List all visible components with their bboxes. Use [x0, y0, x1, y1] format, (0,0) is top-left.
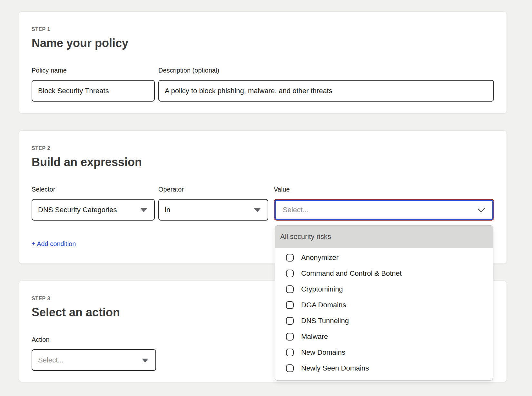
step1-card: STEP 1 Name your policy Policy name Desc… [19, 11, 507, 114]
dropdown-option-malware[interactable]: Malware [275, 329, 493, 344]
description-input[interactable] [158, 80, 494, 102]
step1-step-label: STEP 1 [32, 26, 50, 32]
caret-down-icon[interactable] [142, 359, 148, 362]
selector-select[interactable]: DNS Security Categories [32, 199, 155, 221]
action-label: Action [32, 336, 50, 343]
action-select[interactable]: Select... [32, 349, 156, 371]
operator-label: Operator [158, 185, 184, 193]
step2-step-label: STEP 2 [32, 145, 50, 151]
value-placeholder: Select... [283, 206, 308, 214]
checkbox-unchecked-icon[interactable] [286, 333, 294, 341]
dropdown-option-dns-tunneling[interactable]: DNS Tunneling [275, 313, 493, 329]
dropdown-option-new-domains[interactable]: New Domains [275, 344, 493, 360]
dropdown-options-list: Anonymizer Command and Control & Botnet … [275, 248, 493, 376]
checkbox-unchecked-icon[interactable] [286, 349, 294, 356]
chevron-down-icon[interactable] [477, 205, 485, 213]
checkbox-unchecked-icon[interactable] [286, 285, 294, 293]
value-dropdown-panel: All security risks Anonymizer Command an… [275, 225, 493, 381]
checkbox-unchecked-icon[interactable] [286, 254, 294, 262]
step3-step-label: STEP 3 [32, 296, 50, 302]
checkbox-unchecked-icon[interactable] [286, 364, 294, 372]
operator-select[interactable]: in [158, 199, 268, 221]
step1-title: Name your policy [32, 36, 128, 50]
caret-down-icon[interactable] [141, 208, 147, 212]
checkbox-unchecked-icon[interactable] [286, 301, 294, 309]
action-placeholder: Select... [38, 356, 64, 364]
value-label: Value [274, 185, 290, 193]
policy-name-label: Policy name [32, 66, 67, 74]
step3-title: Select an action [32, 305, 120, 320]
description-label: Description (optional) [158, 66, 219, 74]
step2-title: Build an expression [32, 155, 142, 169]
checkbox-unchecked-icon[interactable] [286, 270, 294, 277]
dropdown-option-newly-seen-domains[interactable]: Newly Seen Domains [275, 360, 493, 376]
value-multiselect[interactable]: Select... [274, 199, 494, 221]
selector-label: Selector [32, 185, 55, 193]
selector-select-value: DNS Security Categories [38, 206, 117, 214]
dropdown-option-dga-domains[interactable]: DGA Domains [275, 297, 493, 313]
caret-down-icon[interactable] [254, 208, 261, 212]
dropdown-option-command-and-control[interactable]: Command and Control & Botnet [275, 265, 493, 281]
add-condition-link[interactable]: + Add condition [32, 240, 76, 248]
operator-select-value: in [165, 206, 170, 214]
dropdown-group-header[interactable]: All security risks [275, 226, 493, 248]
dns-policy-builder-page: STEP 1 Name your policy Policy name Desc… [0, 0, 532, 396]
checkbox-unchecked-icon[interactable] [286, 317, 294, 325]
dropdown-option-cryptomining[interactable]: Cryptomining [275, 281, 493, 297]
policy-name-input[interactable] [32, 80, 155, 102]
dropdown-option-anonymizer[interactable]: Anonymizer [275, 250, 493, 265]
